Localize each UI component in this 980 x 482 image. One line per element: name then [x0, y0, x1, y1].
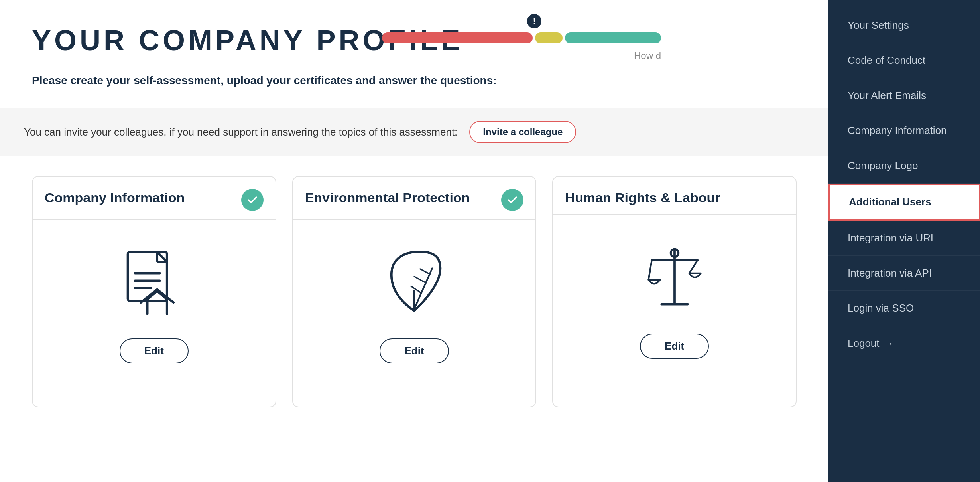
- progress-segment-teal: [565, 32, 661, 43]
- main-content: YOUR COMPANY PROFILE ! How d Please crea…: [0, 0, 828, 482]
- progress-segment-yellow: [535, 32, 563, 43]
- card-body-company-information: Edit: [33, 220, 276, 379]
- sidebar-item-company-logo[interactable]: Company Logo: [828, 148, 980, 184]
- sidebar-item-integration-via-api[interactable]: Integration via API: [828, 256, 980, 291]
- card-body-human-rights-labour: Edit: [553, 215, 796, 375]
- card-title-company-information: Company Information: [45, 189, 185, 206]
- company-information-icon: [118, 236, 190, 326]
- card-title-environmental-protection: Environmental Protection: [305, 189, 470, 206]
- sidebar-item-integration-via-url[interactable]: Integration via URL: [828, 221, 980, 256]
- svg-line-9: [420, 269, 430, 274]
- how-does-link[interactable]: How d: [382, 50, 661, 61]
- menu-items: Your Settings Code of Conduct Your Alert…: [828, 0, 980, 361]
- environmental-protection-icon: [378, 236, 450, 326]
- sidebar-item-your-alert-emails[interactable]: Your Alert Emails: [828, 78, 980, 113]
- card-body-environmental-protection: Edit: [293, 220, 536, 379]
- check-badge-company-information: [241, 189, 264, 211]
- progress-area: ! How d: [382, 32, 661, 61]
- progress-segment-red: [382, 32, 533, 43]
- svg-line-8: [414, 276, 426, 282]
- svg-line-7: [411, 286, 421, 292]
- check-badge-environmental-protection: [501, 189, 523, 211]
- logout-icon: →: [884, 338, 894, 349]
- edit-button-environmental-protection[interactable]: Edit: [380, 338, 449, 363]
- sidebar-item-logout[interactable]: Logout →: [828, 326, 980, 361]
- card-company-information: Company Information: [32, 176, 276, 407]
- svg-line-14: [648, 260, 651, 280]
- card-header-human-rights-labour: Human Rights & Labour: [553, 177, 796, 215]
- sidebar-menu: Your Settings Code of Conduct Your Alert…: [828, 0, 980, 482]
- human-rights-icon: [639, 231, 710, 322]
- sidebar-item-additional-users[interactable]: Additional Users: [828, 184, 980, 221]
- invite-bar-text: You can invite your colleagues, if you n…: [24, 126, 457, 138]
- progress-warning-icon: !: [527, 14, 541, 28]
- card-human-rights-labour: Human Rights & Labour: [552, 176, 797, 407]
- card-header-environmental-protection: Environmental Protection: [293, 177, 536, 220]
- sidebar-item-company-information[interactable]: Company Information: [828, 113, 980, 148]
- progress-bar: !: [382, 32, 661, 44]
- card-header-company-information: Company Information: [33, 177, 276, 220]
- edit-button-human-rights-labour[interactable]: Edit: [640, 334, 709, 359]
- sidebar-item-code-of-conduct[interactable]: Code of Conduct: [828, 43, 980, 78]
- sidebar-item-your-settings[interactable]: Your Settings: [828, 8, 980, 43]
- card-title-human-rights-labour: Human Rights & Labour: [565, 189, 720, 206]
- invite-bar: You can invite your colleagues, if you n…: [0, 108, 828, 156]
- sidebar-item-login-via-sso[interactable]: Login via SSO: [828, 291, 980, 326]
- svg-line-16: [689, 260, 697, 273]
- card-environmental-protection: Environmental Protection: [292, 176, 537, 407]
- page-subtitle: Please create your self-assessment, uplo…: [32, 73, 797, 88]
- invite-colleague-button[interactable]: Invite a colleague: [469, 121, 576, 143]
- cards-grid: Company Information: [32, 176, 797, 407]
- edit-button-company-information[interactable]: Edit: [120, 338, 189, 363]
